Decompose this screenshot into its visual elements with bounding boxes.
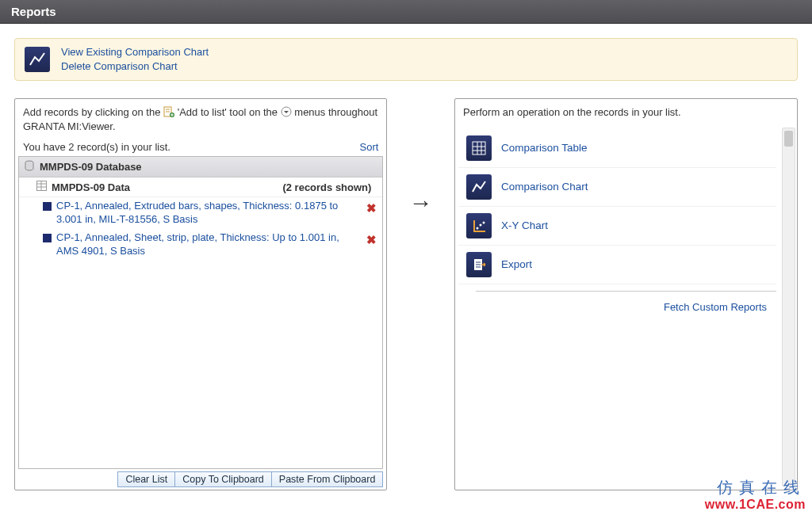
remove-record-icon[interactable]: ✖ (365, 232, 377, 248)
comparison-chart-icon (466, 174, 492, 200)
xy-chart-icon (466, 213, 492, 238)
watermark-url: www.1CAE.com (705, 497, 806, 512)
scrollbar[interactable] (782, 128, 795, 486)
op-label: Export (501, 258, 532, 270)
dropdown-icon (281, 106, 292, 117)
op-comparison-table[interactable]: Comparison Table (458, 129, 776, 168)
records-panel: Add records by clicking on the 'Add to l… (14, 98, 387, 490)
sort-link[interactable]: Sort (360, 141, 379, 153)
copy-clipboard-button[interactable]: Copy To Clipboard (174, 471, 272, 487)
left-instructions: Add records by clicking on the 'Add to l… (15, 99, 386, 138)
operations-body: Comparison Table Comparison Chart X-Y Ch… (455, 124, 797, 490)
operations-list: Comparison Table Comparison Chart X-Y Ch… (458, 129, 794, 284)
delete-chart-link[interactable]: Delete Comparison Chart (61, 59, 209, 74)
record-item[interactable]: CP-1, Annealed, Extruded bars, shapes, T… (19, 197, 382, 229)
database-row[interactable]: MMPDS-09 Database (19, 157, 382, 177)
records-tree: MMPDS-09 Database MMPDS-09 Data (2 recor… (18, 156, 383, 469)
op-comparison-chart[interactable]: Comparison Chart (458, 168, 776, 207)
record-bullet-icon (43, 234, 52, 242)
operations-panel: Perform an operation on the records in y… (454, 98, 798, 490)
op-xy-chart[interactable]: X-Y Chart (458, 207, 776, 246)
record-count-text: You have 2 record(s) in your list. (23, 141, 170, 153)
remove-record-icon[interactable]: ✖ (365, 200, 377, 216)
op-label: X-Y Chart (501, 219, 548, 231)
left-bottom-bar: Clear List Copy To Clipboard Paste From … (15, 469, 386, 490)
list-header: You have 2 record(s) in your list. Sort (15, 138, 386, 156)
instr-part2: 'Add to list' tool on the (178, 106, 281, 118)
export-icon (466, 252, 492, 277)
records-shown-text: (2 records shown) (282, 181, 377, 193)
clear-list-button[interactable]: Clear List (117, 471, 175, 487)
arrow-indicator: → (387, 98, 454, 490)
comparison-table-icon (466, 135, 492, 161)
page-title: Reports (11, 5, 56, 18)
svg-point-16 (480, 223, 482, 226)
op-label: Comparison Table (501, 142, 588, 154)
svg-rect-10 (473, 142, 485, 154)
fetch-row: Fetch Custom Reports (458, 296, 794, 313)
top-banner: View Existing Comparison Chart Delete Co… (14, 38, 798, 81)
record-item[interactable]: CP-1, Annealed, Sheet, strip, plate, Thi… (19, 229, 382, 261)
add-to-list-icon (163, 106, 174, 117)
banner-links: View Existing Comparison Chart Delete Co… (61, 45, 209, 74)
record-text: CP-1, Annealed, Sheet, strip, plate, Thi… (56, 231, 360, 258)
view-chart-link[interactable]: View Existing Comparison Chart (61, 45, 209, 59)
svg-point-15 (477, 227, 479, 229)
svg-point-17 (483, 221, 485, 223)
arrow-right-icon: → (409, 189, 433, 216)
content-area: View Existing Comparison Chart Delete Co… (0, 24, 812, 490)
right-instructions: Perform an operation on the records in y… (455, 99, 797, 124)
record-text: CP-1, Annealed, Extruded bars, shapes, T… (56, 200, 360, 227)
page-header: Reports (0, 0, 812, 24)
panels-row: Add records by clicking on the 'Add to l… (14, 98, 798, 490)
paste-clipboard-button[interactable]: Paste From Clipboard (271, 471, 384, 487)
record-bullet-icon (43, 202, 52, 211)
table-icon (36, 181, 47, 193)
chart-icon (25, 47, 50, 72)
database-label: MMPDS-09 Database (40, 161, 142, 173)
scrollbar-thumb[interactable] (784, 131, 793, 147)
data-table-row[interactable]: MMPDS-09 Data (2 records shown) (19, 177, 382, 197)
op-label: Comparison Chart (501, 181, 588, 193)
op-export[interactable]: Export (458, 246, 776, 284)
instr-part1: Add records by clicking on the (23, 106, 163, 118)
database-icon (24, 160, 35, 174)
divider (476, 291, 776, 292)
fetch-custom-reports-link[interactable]: Fetch Custom Reports (664, 301, 767, 313)
data-table-label: MMPDS-09 Data (52, 181, 130, 193)
